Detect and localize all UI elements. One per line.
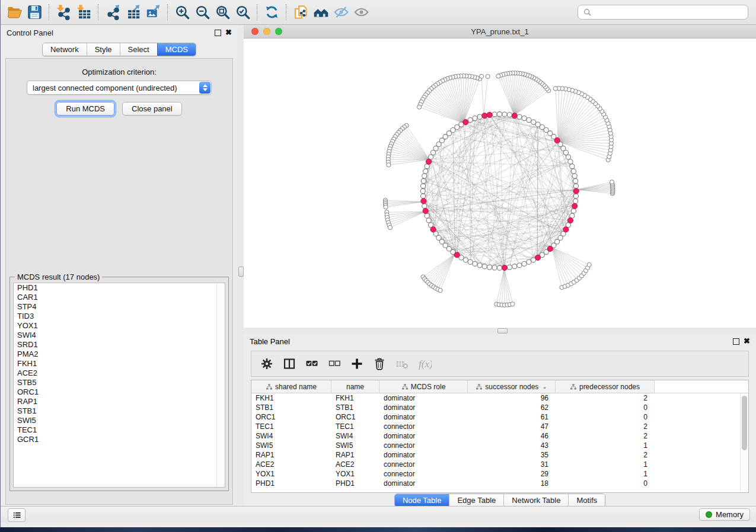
add-button[interactable] [347, 354, 366, 373]
mcds-result-item[interactable]: TID3 [14, 312, 225, 321]
table-cell[interactable]: dominator [379, 393, 468, 403]
network-node[interactable] [535, 122, 540, 127]
network-node[interactable] [507, 265, 512, 270]
list-scrollbar[interactable] [216, 283, 225, 487]
table-cell[interactable]: YOX1 [331, 469, 379, 479]
dominator-node[interactable] [563, 227, 569, 232]
table-row[interactable]: RAP1RAP1dominator352 [251, 450, 748, 460]
zoom-in-button[interactable] [172, 3, 192, 22]
network-node[interactable] [468, 259, 473, 264]
gear-button[interactable] [257, 354, 276, 373]
network-node[interactable] [511, 302, 515, 306]
table-cell[interactable]: dominator [379, 479, 468, 488]
splitter-handle[interactable] [238, 267, 244, 277]
network-node[interactable] [426, 218, 431, 223]
table-cell[interactable]: 2 [556, 431, 655, 441]
tab-style[interactable]: Style [87, 43, 120, 56]
table-cell[interactable]: connector [379, 469, 468, 479]
network-node[interactable] [512, 264, 517, 269]
dominator-node[interactable] [423, 208, 428, 213]
network-node[interactable] [573, 198, 578, 203]
network-node[interactable] [421, 178, 426, 183]
close-panel-icon[interactable]: ✖ [225, 30, 232, 36]
column-header-MCDS-role[interactable]: MCDS role [379, 380, 468, 393]
mcds-result-item[interactable]: RAP1 [14, 397, 225, 406]
table-cell[interactable]: connector [379, 460, 468, 469]
zoom-selected-button[interactable] [232, 3, 253, 22]
mcds-result-list[interactable]: PHD1CAR1STP4TID3YOX1SWI4SRD1PMA2FKH1ACE2… [13, 283, 225, 488]
open-folder-button[interactable] [4, 3, 24, 22]
table-cell[interactable]: PHD1 [331, 479, 379, 488]
table-cell[interactable]: 62 [468, 403, 556, 412]
network-node[interactable] [553, 86, 557, 91]
table-cell[interactable]: ACE2 [251, 460, 331, 469]
network-node[interactable] [610, 180, 614, 184]
table-scrollbar[interactable] [740, 393, 748, 492]
table-cell[interactable]: SWI5 [331, 441, 379, 450]
column-header-shared-name[interactable]: shared name [251, 380, 331, 393]
copy-network-button[interactable] [291, 3, 311, 22]
dominator-node[interactable] [502, 265, 507, 270]
network-node[interactable] [497, 265, 502, 270]
network-node[interactable] [486, 74, 490, 78]
splitter-handle[interactable] [497, 328, 508, 334]
network-node[interactable] [417, 105, 422, 109]
table-cell[interactable]: 1 [556, 460, 655, 469]
network-node[interactable] [420, 194, 425, 198]
export-network-button[interactable] [103, 3, 123, 22]
mcds-result-item[interactable]: FKH1 [14, 359, 225, 368]
zoom-fit-button[interactable] [212, 3, 232, 22]
delete-button[interactable] [370, 354, 389, 373]
table-cell[interactable]: STB1 [331, 403, 379, 412]
first-neighbors-button[interactable] [311, 3, 331, 22]
table-cell[interactable]: SWI4 [251, 431, 331, 441]
dominator-node[interactable] [421, 198, 426, 204]
horizontal-splitter[interactable] [244, 328, 756, 334]
mcds-result-item[interactable]: STB1 [14, 406, 225, 416]
network-node[interactable] [420, 184, 425, 188]
network-node[interactable] [571, 209, 576, 213]
network-node[interactable] [425, 213, 429, 218]
table-cell[interactable]: RAP1 [251, 450, 331, 460]
mcds-result-item[interactable]: SWI4 [14, 331, 225, 340]
network-node[interactable] [571, 169, 576, 174]
network-node[interactable] [438, 289, 442, 293]
network-node[interactable] [477, 114, 482, 119]
tab-select[interactable]: Select [120, 43, 157, 56]
table-cell[interactable]: STB1 [251, 403, 331, 412]
mcds-result-item[interactable]: PHD1 [14, 283, 225, 293]
float-panel-icon[interactable] [733, 338, 739, 345]
export-image-button[interactable] [143, 3, 163, 22]
table-cell[interactable]: SWI4 [331, 431, 379, 441]
table-cell[interactable]: connector [379, 422, 468, 431]
network-node[interactable] [487, 265, 492, 270]
table-cell[interactable]: 2 [556, 422, 655, 431]
network-canvas[interactable] [244, 39, 756, 328]
network-node[interactable] [422, 204, 427, 209]
window-zoom-button[interactable] [275, 28, 282, 35]
table-cell[interactable]: 47 [468, 422, 556, 431]
network-node[interactable] [422, 174, 427, 178]
dominator-node[interactable] [463, 120, 468, 125]
table-cell[interactable]: YOX1 [251, 469, 331, 479]
table-cell[interactable]: ACE2 [331, 460, 379, 469]
mcds-result-item[interactable]: SWI5 [14, 416, 225, 425]
export-table-button[interactable] [123, 3, 143, 22]
network-node[interactable] [477, 263, 482, 268]
table-cell[interactable]: 2 [556, 450, 655, 460]
table-row[interactable]: PHD1PHD1dominator180 [251, 479, 748, 488]
dominator-node[interactable] [567, 217, 573, 223]
dominator-node[interactable] [430, 227, 436, 232]
close-panel-button[interactable]: Close panel [122, 102, 182, 116]
network-node[interactable] [496, 74, 500, 78]
table-cell[interactable]: dominator [379, 403, 468, 412]
network-node[interactable] [492, 112, 497, 117]
mcds-result-item[interactable]: TEC1 [14, 425, 225, 435]
network-node[interactable] [388, 225, 392, 229]
network-node[interactable] [527, 118, 531, 123]
mcds-result-item[interactable]: ORC1 [14, 387, 225, 397]
table-scrollbar-thumb[interactable] [742, 396, 747, 450]
table-cell[interactable]: 43 [468, 441, 556, 450]
window-close-button[interactable] [251, 28, 259, 35]
select-all-button[interactable] [302, 354, 321, 373]
